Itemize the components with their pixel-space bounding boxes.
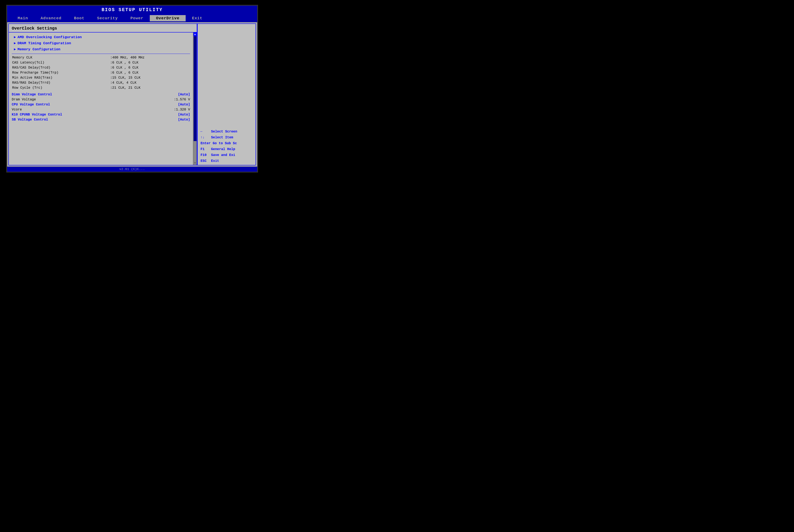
table-row: RAS/CAS Delay(Trcd) :6 CLK , 6 CLK [12, 65, 190, 70]
row-label: Memory CLK [12, 55, 110, 60]
info-table: Memory CLK :400 MHz, 400 MHz CAS Latency… [12, 55, 190, 90]
row-label: RAS/CAS Delay(Trcd) [12, 65, 110, 70]
arrow-icon: ► [14, 35, 16, 39]
submenu-amd[interactable]: ► AMD Overclocking Configuration [12, 34, 190, 40]
row-value: :4 CLK, 4 CLK [110, 80, 190, 85]
help-row: F1 General Help [201, 147, 253, 151]
table-row: Row Precharge Time(Trp) :6 CLK , 6 CLK [12, 70, 190, 75]
voltage-value: :1.320 V [174, 108, 190, 112]
help-desc: Go to Sub Sc [213, 141, 237, 145]
menu-advanced[interactable]: Advanced [34, 15, 68, 21]
voltage-value: [Auto] [178, 93, 190, 96]
arrow-icon: ► [14, 41, 16, 45]
help-row: Enter Go to Sub Sc [201, 141, 253, 145]
help-desc: Select Screen [211, 130, 237, 134]
help-desc: Select Item [211, 136, 233, 139]
voltage-row[interactable]: Dram Voltage :1.576 V [12, 97, 190, 102]
menu-overdrive[interactable]: OverDrive [150, 15, 186, 21]
row-label: Row Cycle (Trc) [12, 85, 110, 90]
row-value: :400 MHz, 400 MHz [110, 55, 190, 60]
table-row: Min Active RAS(Tras) :15 CLK, 15 CLK [12, 75, 190, 80]
help-desc: Exit [211, 159, 219, 163]
menu-security[interactable]: Security [91, 15, 124, 21]
main-panel: OverClock Settings ► AMD Overclocking Co… [8, 23, 197, 165]
help-key: ← [201, 130, 209, 134]
help-row: ← Select Screen [201, 130, 253, 134]
divider [12, 54, 190, 54]
panel-title: OverClock Settings [9, 24, 197, 33]
row-value: :6 CLK , 6 CLK [110, 70, 190, 75]
row-label: CAS Latency(Tcl) [12, 60, 110, 65]
help-row: F10 Save and Exi [201, 153, 253, 157]
voltage-row[interactable]: Dimm Voltage Control [Auto] [12, 92, 190, 97]
scroll-down-arrow[interactable]: ▼ [193, 161, 197, 165]
scrollbar[interactable]: ▲ ▼ [193, 33, 197, 165]
side-panel: ← Select Screen ↑↓ Select Item Enter Go … [197, 23, 256, 165]
help-key: F10 [201, 153, 209, 157]
content-area: OverClock Settings ► AMD Overclocking Co… [7, 22, 257, 167]
menu-main[interactable]: Main [11, 15, 34, 21]
voltage-value: [Auto] [178, 113, 190, 117]
row-label: Min Active RAS(Tras) [12, 75, 110, 80]
help-key: ESC [201, 159, 209, 163]
menu-bar: Main Advanced Boot Security Power OverDr… [7, 14, 257, 22]
voltage-label: SB Voltage Control [12, 118, 48, 121]
row-value: :6 CLK , 6 CLK [110, 60, 190, 65]
row-value: :6 CLK , 6 CLK [110, 65, 190, 70]
voltage-label: Dimm Voltage Control [12, 93, 52, 96]
voltage-row[interactable]: SB Voltage Control [Auto] [12, 117, 190, 122]
menu-exit[interactable]: Exit [186, 15, 209, 21]
voltage-label: Dram Voltage [12, 98, 36, 101]
help-row: ↑↓ Select Item [201, 136, 253, 139]
voltage-row[interactable]: CPU Voltage Control [Auto] [12, 102, 190, 107]
voltage-value: [Auto] [178, 118, 190, 121]
help-row: ESC Exit [201, 159, 253, 163]
submenu-dram[interactable]: ► DRAM Timing Configuration [12, 40, 190, 46]
table-row: RAS/RAS Delay(Trrd) :4 CLK, 4 CLK [12, 80, 190, 85]
bios-title: BIOS SETUP UTILITY [7, 6, 257, 14]
scroll-thumb[interactable] [193, 36, 197, 141]
table-row: Memory CLK :400 MHz, 400 MHz [12, 55, 190, 60]
voltage-label: Vcore [12, 108, 22, 112]
help-key: Enter [201, 141, 210, 145]
help-desc: General Help [211, 147, 235, 151]
voltage-label: K10 CPUNB Voltage Control [12, 113, 62, 117]
table-row: CAS Latency(Tcl) :6 CLK , 6 CLK [12, 60, 190, 65]
help-section: ← Select Screen ↑↓ Select Item Enter Go … [201, 130, 253, 163]
menu-power[interactable]: Power [124, 15, 150, 21]
menu-boot[interactable]: Boot [68, 15, 91, 21]
voltage-row[interactable]: Vcore :1.320 V [12, 107, 190, 112]
row-label: RAS/RAS Delay(Trrd) [12, 80, 110, 85]
help-key: ↑↓ [201, 136, 209, 139]
voltage-value: [Auto] [178, 103, 190, 107]
arrow-icon: ► [14, 48, 16, 51]
bios-container: BIOS SETUP UTILITY Main Advanced Boot Se… [6, 5, 258, 172]
help-desc: Save and Exi [211, 153, 235, 157]
row-value: :15 CLK, 15 CLK [110, 75, 190, 80]
submenu-memory[interactable]: ► Memory Configuration [12, 46, 190, 52]
voltage-value: :1.576 V [174, 98, 190, 101]
help-key: F1 [201, 147, 209, 151]
panel-content: ► AMD Overclocking Configuration ► DRAM … [9, 33, 193, 165]
voltage-label: CPU Voltage Control [12, 103, 50, 107]
voltage-section: Dimm Voltage Control [Auto] Dram Voltage… [12, 92, 190, 122]
row-label: Row Precharge Time(Trp) [12, 70, 110, 75]
voltage-row[interactable]: K10 CPUNB Voltage Control [Auto] [12, 112, 190, 117]
row-value: :21 CLK, 21 CLK [110, 85, 190, 90]
scroll-up-arrow[interactable]: ▲ [193, 33, 197, 36]
table-row: Row Cycle (Trc) :21 CLK, 21 CLK [12, 85, 190, 90]
bottom-bar: v2.61 (C)C... [7, 167, 257, 172]
